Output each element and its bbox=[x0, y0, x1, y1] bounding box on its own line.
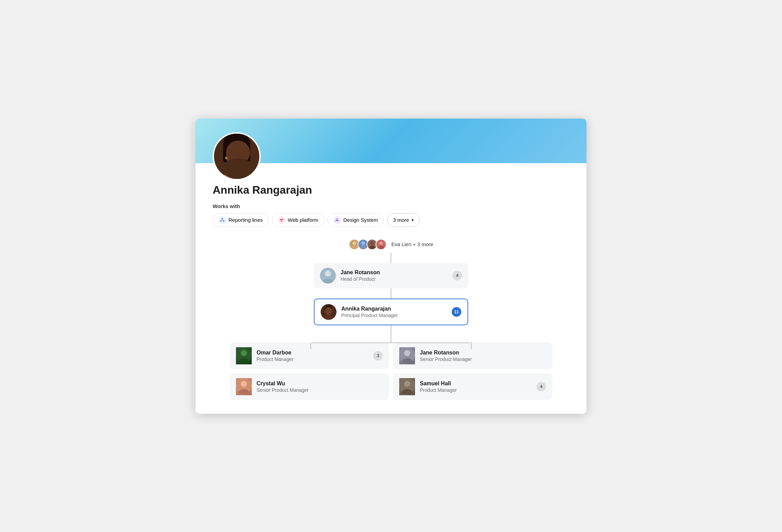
svg-point-16 bbox=[280, 219, 281, 220]
samuel-avatar bbox=[399, 378, 415, 395]
current-user-card[interactable]: Annika Rangarajan Principal Product Mana… bbox=[314, 299, 468, 325]
svg-point-9 bbox=[221, 172, 253, 179]
report-card-samuel[interactable]: Samuel Hall Product Manager 4 bbox=[393, 373, 552, 400]
crystal-avatar bbox=[236, 378, 252, 395]
manager-card[interactable]: Jane Rotanson Head of Product 4 bbox=[314, 263, 468, 288]
profile-avatar bbox=[213, 132, 261, 180]
svg-rect-8 bbox=[228, 168, 245, 179]
tag-reporting-lines[interactable]: Reporting lines bbox=[213, 213, 269, 227]
tag-web-platform[interactable]: Web platform bbox=[272, 213, 324, 227]
svg-rect-11 bbox=[220, 220, 222, 221]
svg-point-36 bbox=[325, 270, 331, 277]
jane2-info: Jane Rotanson Senior Product Manager bbox=[420, 350, 546, 362]
manager-title: Head of Product bbox=[341, 276, 448, 282]
app-window: Annika Rangarajan Works with Reporting bbox=[196, 119, 586, 414]
samuel-info: Samuel Hall Product Manager bbox=[420, 380, 532, 393]
svg-point-17 bbox=[282, 219, 283, 220]
omar-badge: 3 bbox=[373, 351, 383, 361]
svg-point-24 bbox=[353, 241, 356, 245]
connector-line-1 bbox=[391, 253, 391, 263]
reporting-lines-icon bbox=[218, 216, 226, 224]
tag-design-system-label: Design System bbox=[343, 217, 378, 223]
org-chart: Eva Lien + 3 more Jane Rotanson Head of … bbox=[213, 239, 569, 400]
report-card-jane[interactable]: Jane Rotanson Senior Product Manager bbox=[393, 342, 552, 369]
current-user-badge: 11 bbox=[452, 307, 461, 317]
chevron-down-icon: ▾ bbox=[412, 218, 414, 222]
crystal-title: Senior Product Manager bbox=[257, 387, 383, 393]
svg-point-6 bbox=[225, 156, 228, 159]
svg-point-30 bbox=[370, 241, 374, 245]
svg-point-43 bbox=[241, 350, 247, 356]
crystal-name: Crystal Wu bbox=[257, 380, 383, 387]
tag-design-system[interactable]: Design System bbox=[328, 213, 384, 227]
samuel-badge: 4 bbox=[536, 382, 546, 391]
svg-rect-12 bbox=[223, 220, 225, 221]
jane2-title: Senior Product Manager bbox=[420, 356, 546, 362]
header-background bbox=[196, 119, 586, 163]
children-connector-area bbox=[230, 336, 552, 342]
manager-name: Jane Rotanson bbox=[341, 269, 448, 276]
tag-reporting-lines-label: Reporting lines bbox=[228, 217, 263, 223]
manager-avatar bbox=[320, 268, 336, 283]
current-user-name: Annika Rangarajan bbox=[341, 306, 447, 312]
mini-avatar-4 bbox=[376, 239, 387, 250]
report-card-omar[interactable]: Omar Darboe Product Manager 3 bbox=[230, 342, 389, 369]
samuel-title: Product Manager bbox=[420, 387, 532, 393]
tags-row: Reporting lines Web platform bbox=[213, 213, 569, 227]
connector-line-2 bbox=[391, 288, 391, 299]
report-card-crystal[interactable]: Crystal Wu Senior Product Manager bbox=[230, 373, 389, 400]
samuel-name: Samuel Hall bbox=[420, 380, 532, 387]
connector-line-3 bbox=[391, 325, 391, 336]
omar-avatar bbox=[236, 347, 252, 364]
connector-right bbox=[471, 342, 472, 349]
svg-line-14 bbox=[221, 220, 222, 220]
top-group[interactable]: Eva Lien + 3 more bbox=[349, 239, 433, 250]
svg-point-4 bbox=[231, 153, 234, 156]
manager-info: Jane Rotanson Head of Product bbox=[341, 269, 448, 282]
tag-web-platform-label: Web platform bbox=[288, 217, 318, 223]
tag-more[interactable]: 3 more ▾ bbox=[387, 213, 419, 227]
manager-badge: 4 bbox=[452, 271, 462, 280]
svg-point-49 bbox=[241, 381, 247, 387]
svg-rect-10 bbox=[222, 218, 223, 219]
crystal-info: Crystal Wu Senior Product Manager bbox=[257, 380, 383, 393]
svg-point-5 bbox=[239, 153, 242, 156]
svg-point-3 bbox=[226, 145, 247, 168]
content-area: Annika Rangarajan Works with Reporting bbox=[196, 163, 586, 414]
omar-title: Product Manager bbox=[257, 356, 368, 362]
design-system-icon bbox=[333, 216, 341, 224]
svg-point-33 bbox=[379, 241, 383, 245]
top-group-label: Eva Lien + 3 more bbox=[391, 241, 433, 247]
svg-point-22 bbox=[335, 220, 336, 221]
jane2-avatar bbox=[399, 347, 415, 364]
reports-grid: Omar Darboe Product Manager 3 Jane Rotan… bbox=[230, 342, 552, 400]
connector-h bbox=[312, 342, 470, 343]
connector-v bbox=[391, 336, 391, 342]
svg-point-46 bbox=[404, 350, 410, 356]
svg-point-27 bbox=[362, 241, 365, 245]
svg-point-40 bbox=[325, 307, 332, 315]
works-with-label: Works with bbox=[213, 203, 569, 209]
current-user-avatar bbox=[321, 304, 336, 320]
svg-point-21 bbox=[338, 220, 339, 221]
current-user-title: Principal Product Manager bbox=[341, 313, 447, 318]
svg-line-15 bbox=[222, 220, 224, 220]
current-user-info: Annika Rangarajan Principal Product Mana… bbox=[341, 306, 447, 318]
web-platform-icon bbox=[278, 216, 285, 224]
connector-left bbox=[310, 342, 311, 349]
omar-info: Omar Darboe Product Manager bbox=[257, 350, 368, 362]
svg-point-20 bbox=[337, 218, 338, 219]
svg-point-7 bbox=[246, 156, 248, 159]
svg-point-0 bbox=[214, 134, 259, 179]
svg-point-18 bbox=[281, 220, 282, 221]
person-name: Annika Rangarajan bbox=[213, 184, 569, 196]
svg-point-52 bbox=[404, 381, 410, 387]
tag-more-label: 3 more bbox=[393, 217, 409, 223]
jane2-name: Jane Rotanson bbox=[420, 350, 546, 356]
omar-name: Omar Darboe bbox=[257, 350, 368, 356]
svg-point-19 bbox=[336, 219, 338, 221]
